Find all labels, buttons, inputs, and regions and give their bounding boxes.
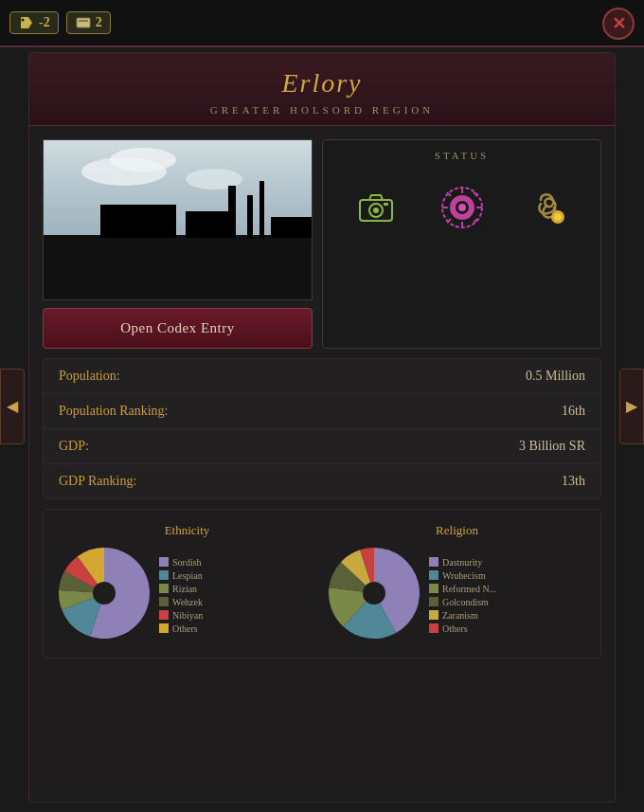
card-icon [75,14,92,31]
charts-section: EthnicitySordishLespianRizianWehzekNibiy… [43,509,601,659]
legend-dot [429,610,438,620]
legend-label: Others [442,623,468,634]
pie-chart [327,546,421,644]
stat-label: GDP: [59,439,89,454]
svg-point-21 [554,213,562,221]
city-title: Erlory [48,68,596,99]
title-section: Erlory GREATER HOLSORD REGION [29,53,615,126]
tag-badge[interactable]: -2 [9,11,59,34]
tag-icon [18,14,35,31]
chart-legend: SordishLespianRizianWehzekNibiyanOthers [159,557,317,634]
svg-rect-7 [384,203,388,206]
legend-label: Reformed N... [442,584,496,594]
chart-title: Religion [327,523,587,538]
building-1 [100,205,176,238]
city-image-area: Open Codex Entry [43,139,313,349]
region-subtitle: GREATER HOLSORD REGION [48,104,596,116]
stat-value: 0.5 Million [526,369,585,384]
legend-dot [429,584,438,593]
close-icon: ✕ [612,13,626,34]
svg-rect-3 [79,20,88,22]
stat-value: 13th [562,474,585,489]
cloud-2 [110,148,176,171]
top-bar: -2 2 ✕ [0,0,644,47]
stat-label: GDP Ranking: [59,474,136,489]
legend-item: Reformed N... [429,584,587,594]
stat-row: GDP: 3 Billion SR [44,429,600,464]
camera-status-icon[interactable] [352,184,400,231]
svg-point-6 [373,208,379,213]
status-label: STATUS [332,150,591,161]
main-panel: Erlory GREATER HOLSORD REGION [28,52,616,803]
legend-dot [429,597,438,606]
card-badge[interactable]: 2 [66,11,111,34]
legend-label: Golcondism [442,597,489,607]
stat-row: GDP Ranking: 13th [44,464,600,498]
status-icons-row [332,174,591,241]
legend-dot [429,623,438,633]
legend-label: Wruhecism [442,570,486,581]
legend-dot [159,623,169,633]
legend-label: Dastnurity [442,557,482,568]
legend-label: Wehzek [172,597,203,607]
legend-dot [159,597,169,606]
legend-label: Lespian [172,570,203,581]
legend-item: Rizian [159,584,317,594]
legend-item: Lespian [159,570,317,581]
svg-point-23 [363,582,385,604]
legend-label: Others [172,623,198,634]
legend-item: Others [429,623,587,634]
legend-item: Nibiyan [159,610,317,621]
city-image [43,139,313,300]
stat-label: Population: [59,369,120,384]
stat-value: 16th [562,404,585,419]
stat-row: Population: 0.5 Million [44,359,600,394]
spire-2 [247,195,253,238]
legend-label: Zaranism [442,610,478,621]
card-value: 2 [96,15,102,30]
svg-line-15 [447,219,451,223]
legend-label: Nibiyan [172,610,203,621]
svg-line-13 [447,192,451,196]
spire-3 [259,181,264,238]
building-2 [186,211,233,238]
tag-value: -2 [39,15,50,30]
svg-point-22 [93,582,116,604]
stat-value: 3 Billion SR [519,439,585,454]
legend-dot [429,570,438,580]
codex-button[interactable]: Open Codex Entry [43,308,313,349]
right-arrow-button[interactable]: ▶ [619,369,644,444]
chart-legend: DastnurityWruhecismReformed N...Golcondi… [429,557,587,634]
right-chevron-icon: ▶ [626,397,637,415]
pie-chart [57,546,152,644]
svg-point-19 [458,204,466,211]
svg-line-16 [474,219,477,223]
legend-dot [159,610,169,620]
legend-item: Golcondism [429,597,587,607]
skyline-base [44,235,312,299]
legend-item: Zaranism [429,610,587,621]
chart-title: Ethnicity [57,523,317,538]
legend-label: Rizian [172,584,197,594]
plague-status-icon[interactable] [438,184,486,231]
legend-dot [159,557,169,567]
stat-label: Population Ranking: [59,404,169,419]
left-chevron-icon: ◀ [7,397,18,415]
ethnicity-chart: EthnicitySordishLespianRizianWehzekNibiy… [57,523,317,644]
religion-chart: ReligionDastnurityWruhecismReformed N...… [327,523,587,644]
knot-status-icon[interactable] [525,184,572,231]
legend-label: Sordish [172,557,202,568]
legend-item: Dastnurity [429,557,587,568]
legend-item: Wehzek [159,597,317,607]
left-arrow-button[interactable]: ◀ [0,369,25,444]
svg-rect-2 [77,18,90,27]
svg-point-1 [22,19,25,22]
stat-row: Population Ranking: 16th [44,394,600,429]
legend-item: Others [159,623,317,634]
building-3 [271,217,313,238]
legend-dot [429,557,438,567]
close-button[interactable]: ✕ [602,8,635,40]
legend-dot [159,570,169,580]
legend-dot [159,584,169,593]
legend-item: Wruhecism [429,570,587,581]
